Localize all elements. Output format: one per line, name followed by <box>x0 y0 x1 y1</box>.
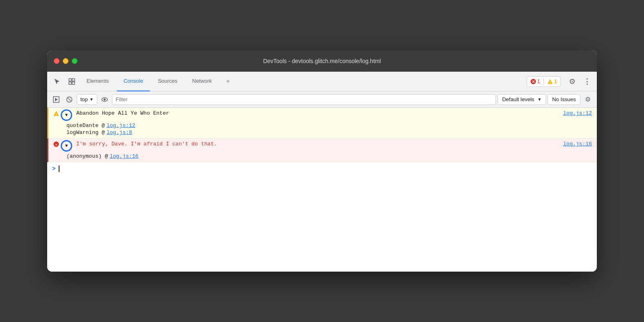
console-cursor <box>59 166 59 172</box>
filter-input[interactable] <box>112 94 496 105</box>
svg-marker-9 <box>55 98 58 101</box>
svg-text:✕: ✕ <box>532 79 535 84</box>
svg-rect-3 <box>72 82 75 84</box>
eye-icon <box>101 96 108 103</box>
svg-rect-2 <box>69 82 71 84</box>
warning-badge: ! 1 <box>547 78 557 84</box>
stack-link-1[interactable]: log.js:12 <box>107 122 135 129</box>
settings-button[interactable]: ⚙ <box>566 75 579 88</box>
more-icon: ⋮ <box>583 77 591 86</box>
warning-icon: ! <box>53 111 59 118</box>
log-levels-label: Default levels <box>502 96 534 102</box>
context-selector[interactable]: top ▼ <box>77 94 97 105</box>
console-settings-button[interactable]: ⚙ <box>582 94 594 105</box>
badge-divider <box>544 78 544 85</box>
dropdown-arrow-icon: ▼ <box>89 97 94 102</box>
inspect-icon <box>68 78 75 85</box>
context-label: top <box>80 96 88 102</box>
console-prompt: > <box>52 166 55 172</box>
warning-entry-header: ! ▼ Abandon Hope All Ye Who Enter log.js… <box>53 110 592 121</box>
error-stack: (anonymous) @ log.js:16 <box>53 153 592 159</box>
expand-arrow-icon-2[interactable]: ▼ <box>65 143 68 148</box>
warning-stack: quoteDante @ log.js:12 logWarning @ log.… <box>53 122 592 136</box>
eye-button[interactable] <box>99 94 110 105</box>
stack-link-2[interactable]: log.js:8 <box>107 129 132 136</box>
error-warning-badges[interactable]: ✕ 1 ! 1 <box>527 76 561 87</box>
error-icon: ✕ <box>530 79 536 84</box>
tab-more[interactable]: » <box>220 72 236 91</box>
traffic-lights <box>54 58 78 64</box>
warning-icon: ! <box>547 79 553 84</box>
tab-console[interactable]: Console <box>117 72 150 91</box>
warning-expand-circle[interactable]: ▼ <box>61 109 72 121</box>
inspect-button[interactable] <box>65 75 78 88</box>
console-content: ! ▼ Abandon Hope All Ye Who Enter log.js… <box>47 108 597 272</box>
no-issues-button[interactable]: No Issues <box>548 94 580 105</box>
error-stack-func-1: (anonymous) @ <box>66 153 108 159</box>
devtools-toolbar: Elements Console Sources Network » ✕ 1 <box>47 72 597 91</box>
expand-arrow-icon[interactable]: ▼ <box>65 113 68 118</box>
more-options-button[interactable]: ⋮ <box>580 75 594 88</box>
tab-elements[interactable]: Elements <box>80 72 115 91</box>
tab-sources[interactable]: Sources <box>151 72 184 91</box>
gear-icon: ⚙ <box>569 77 575 86</box>
error-entry-icon: ✕ <box>53 141 59 149</box>
log-levels-selector[interactable]: Default levels ▼ <box>498 94 546 105</box>
run-icon <box>53 96 59 103</box>
dropdown-arrow-icon: ▼ <box>537 97 541 102</box>
tab-network[interactable]: Network <box>186 72 219 91</box>
stack-func-1: quoteDante @ <box>66 122 105 129</box>
console-input-line[interactable]: > <box>47 162 597 175</box>
title-bar: DevTools - devtools.glitch.me/console/lo… <box>47 50 597 72</box>
cursor-tool-button[interactable] <box>50 75 64 88</box>
console-entry-warning: ! ▼ Abandon Hope All Ye Who Enter log.js… <box>47 108 597 138</box>
svg-text:!: ! <box>549 80 550 84</box>
minimize-button[interactable] <box>63 58 69 64</box>
error-message: I'm sorry, Dave. I'm afraid I can't do t… <box>76 141 561 147</box>
stack-line-1: quoteDante @ log.js:12 <box>66 122 592 129</box>
svg-text:!: ! <box>55 113 57 117</box>
cursor-icon <box>53 78 61 85</box>
error-entry-header: ✕ ▼ I'm sorry, Dave. I'm afraid I can't … <box>53 141 592 152</box>
error-location[interactable]: log.js:16 <box>563 141 592 147</box>
stack-func-2: logWarning @ <box>66 129 105 136</box>
svg-line-11 <box>68 98 71 101</box>
block-icon <box>66 96 73 103</box>
warning-message: Abandon Hope All Ye Who Enter <box>76 110 561 116</box>
devtools-window: DevTools - devtools.glitch.me/console/lo… <box>47 50 597 272</box>
error-badge: ✕ 1 <box>530 78 540 84</box>
error-stack-line-1: (anonymous) @ log.js:16 <box>66 153 592 159</box>
close-button[interactable] <box>54 58 59 64</box>
error-stack-link-1[interactable]: log.js:16 <box>110 153 138 159</box>
error-expand-circle[interactable]: ▼ <box>61 140 72 152</box>
block-button[interactable] <box>64 94 75 105</box>
svg-rect-0 <box>69 79 71 81</box>
console-entry-error: ✕ ▼ I'm sorry, Dave. I'm afraid I can't … <box>47 138 597 162</box>
no-issues-label: No Issues <box>552 96 576 102</box>
svg-rect-1 <box>72 79 75 81</box>
gear-small-icon: ⚙ <box>585 95 591 103</box>
svg-point-13 <box>103 98 105 100</box>
maximize-button[interactable] <box>72 58 78 64</box>
console-toolbar: top ▼ Default levels ▼ No Issues ⚙ <box>47 91 597 108</box>
warning-location[interactable]: log.js:12 <box>563 110 592 116</box>
stack-line-2: logWarning @ log.js:8 <box>66 129 592 136</box>
run-button[interactable] <box>50 94 62 105</box>
svg-text:✕: ✕ <box>55 143 57 147</box>
window-title: DevTools - devtools.glitch.me/console/lo… <box>263 58 381 64</box>
